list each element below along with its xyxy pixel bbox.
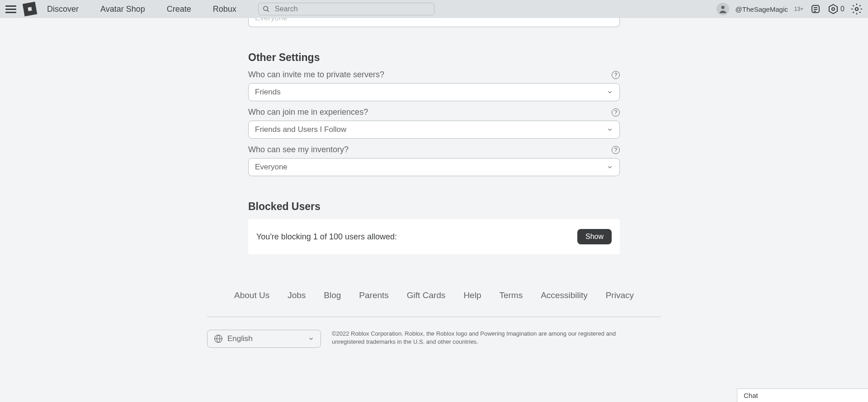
footer-bottom: English ©2022 Roblox Corporation. Roblox… [207, 330, 661, 348]
nav-discover[interactable]: Discover [47, 5, 79, 14]
footer-link-about[interactable]: About Us [234, 290, 269, 300]
search-wrap [258, 3, 434, 15]
copyright-text: ©2022 Roblox Corporation. Roblox, the Ro… [332, 330, 639, 346]
hamburger-menu-icon[interactable] [5, 4, 16, 14]
footer-links: About Us Jobs Blog Parents Gift Cards He… [207, 290, 661, 317]
section-title-blocked-users: Blocked Users [248, 201, 620, 213]
main-content: Everyone Other Settings Who can invite m… [0, 0, 868, 348]
setting-label: Who can invite me to private servers? [248, 70, 384, 79]
svg-point-0 [264, 6, 268, 10]
footer-link-blog[interactable]: Blog [324, 290, 341, 300]
language-value: English [227, 334, 303, 343]
section-title-other-settings: Other Settings [248, 51, 620, 64]
avatar[interactable] [717, 3, 729, 15]
header-right: @TheSageMagic 13+ 0 [717, 3, 863, 15]
footer-link-terms[interactable]: Terms [499, 290, 523, 300]
chat-tab[interactable]: Chat [737, 388, 868, 402]
globe-icon [214, 334, 223, 343]
show-button[interactable]: Show [577, 229, 612, 244]
select-join-experiences[interactable]: Friends and Users I Follow [248, 121, 620, 139]
select-value: Friends and Users I Follow [255, 125, 346, 134]
setting-label: Who can see my inventory? [248, 145, 349, 154]
language-select[interactable]: English [207, 330, 321, 348]
svg-line-1 [267, 10, 269, 12]
setting-join-experiences: Who can join me in experiences? ? Friend… [248, 108, 620, 139]
footer: About Us Jobs Blog Parents Gift Cards He… [207, 290, 661, 348]
svg-marker-7 [829, 5, 837, 14]
footer-divider [207, 317, 661, 317]
select-inventory[interactable]: Everyone [248, 158, 620, 176]
footer-link-help[interactable]: Help [463, 290, 481, 300]
robux-group[interactable]: 0 [828, 4, 844, 14]
notifications-icon[interactable] [810, 3, 821, 15]
chat-label: Chat [744, 392, 758, 399]
logo[interactable] [23, 2, 37, 16]
select-value: Friends [255, 88, 281, 97]
nav-create[interactable]: Create [167, 5, 191, 14]
age-badge: 13+ [794, 6, 803, 12]
help-icon[interactable]: ? [612, 146, 620, 154]
blocked-users-text: You're blocking 1 of 100 users allowed: [256, 232, 397, 242]
svg-point-9 [855, 8, 859, 11]
select-value: Everyone [255, 163, 288, 172]
blocked-users-panel: You're blocking 1 of 100 users allowed: … [248, 219, 620, 254]
svg-point-2 [721, 6, 724, 9]
chevron-down-icon [607, 89, 613, 95]
settings-gear-icon[interactable] [851, 3, 863, 15]
help-icon[interactable]: ? [612, 108, 620, 117]
footer-link-parents[interactable]: Parents [359, 290, 388, 300]
setting-label: Who can join me in experiences? [248, 108, 368, 117]
robux-count: 0 [840, 5, 844, 13]
nav-links: Discover Avatar Shop Create Robux [47, 5, 236, 14]
nav-avatar-shop[interactable]: Avatar Shop [100, 5, 145, 14]
help-icon[interactable]: ? [612, 71, 620, 79]
nav-robux[interactable]: Robux [213, 5, 236, 14]
chevron-down-icon [308, 336, 314, 342]
header: Discover Avatar Shop Create Robux @TheSa… [0, 0, 868, 18]
search-icon [263, 5, 270, 13]
footer-link-jobs[interactable]: Jobs [288, 290, 306, 300]
footer-link-privacy[interactable]: Privacy [606, 290, 634, 300]
username-label[interactable]: @TheSageMagic [736, 5, 788, 13]
footer-link-giftcards[interactable]: Gift Cards [407, 290, 446, 300]
svg-point-8 [832, 8, 835, 10]
chevron-down-icon [607, 126, 613, 133]
setting-inventory: Who can see my inventory? ? Everyone [248, 145, 620, 176]
setting-private-servers: Who can invite me to private servers? ? … [248, 70, 620, 101]
footer-link-accessibility[interactable]: Accessibility [541, 290, 587, 300]
chevron-down-icon [607, 164, 613, 170]
select-private-servers[interactable]: Friends [248, 83, 620, 101]
search-input[interactable] [258, 3, 434, 15]
select-box-partial[interactable]: Everyone [248, 18, 620, 27]
